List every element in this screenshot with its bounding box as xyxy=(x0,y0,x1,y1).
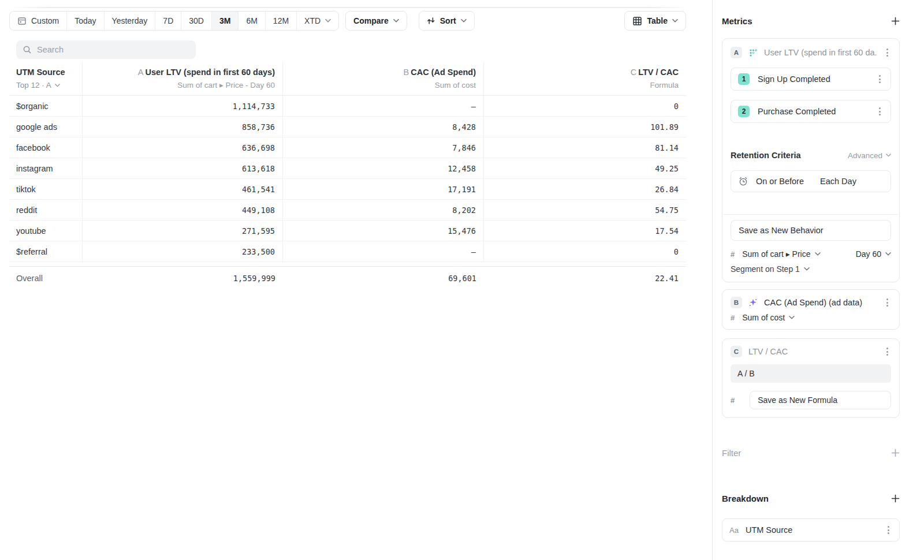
range-button-xtd[interactable]: XTD xyxy=(297,12,338,30)
save-formula-row: # Save as New Formula xyxy=(731,391,891,409)
utm-source-cell: tiktok xyxy=(9,179,83,199)
range-button-custom[interactable]: Custom xyxy=(10,12,67,30)
kebab-menu-icon[interactable] xyxy=(875,107,884,115)
breakdown-item-label: UTM Source xyxy=(746,525,877,535)
sort-button[interactable]: Sort xyxy=(419,11,475,31)
chevron-down-icon xyxy=(885,252,891,256)
search-icon xyxy=(23,45,32,54)
step-label: Purchase Completed xyxy=(758,107,867,116)
add-breakdown-icon[interactable] xyxy=(891,494,900,503)
step-2-row[interactable]: 2 Purchase Completed xyxy=(731,100,891,123)
table-row[interactable]: $referral233,500–0 xyxy=(9,241,686,262)
property-selector[interactable]: Sum of cart ▸ Price xyxy=(742,249,810,259)
cac-value-cell: 8,428 xyxy=(283,117,484,137)
chevron-down-icon xyxy=(886,154,891,157)
range-button-6m[interactable]: 6M xyxy=(239,12,265,30)
add-metric-icon[interactable] xyxy=(891,17,900,25)
table-row[interactable]: reddit449,1088,20254.75 xyxy=(9,200,686,221)
kebab-menu-icon[interactable] xyxy=(883,348,891,356)
filter-title: Filter xyxy=(722,448,741,458)
metric-a-header[interactable]: A User LTV (spend in first 60 da... xyxy=(731,47,891,58)
column-b-header[interactable]: BCAC (Ad Spend) Sum of cost xyxy=(283,62,484,95)
range-button-30d[interactable]: 30D xyxy=(181,12,212,30)
ratio-value-cell: 0 xyxy=(484,96,686,116)
kebab-menu-icon[interactable] xyxy=(883,48,891,57)
kebab-menu-icon[interactable] xyxy=(883,298,891,307)
table-row[interactable]: google ads858,7368,428101.89 xyxy=(9,117,686,137)
table-header: UTM Source Top 12 · A AUser LTV (spend i… xyxy=(9,62,686,96)
criteria-operator[interactable]: On or Before xyxy=(756,177,804,186)
table-row[interactable]: $organic1,114,733–0 xyxy=(9,96,686,117)
day-window-selector[interactable]: Day 60 xyxy=(856,249,891,259)
overall-cac: 69,601 xyxy=(283,267,484,289)
chevron-down-icon xyxy=(461,19,467,23)
utm-source-cell: $organic xyxy=(9,96,83,116)
property-selector[interactable]: Sum of cost xyxy=(742,313,785,322)
ltv-value-cell: 613,618 xyxy=(83,158,283,178)
metrics-section-header: Metrics xyxy=(722,16,900,26)
chevron-down-icon xyxy=(325,19,331,23)
range-button-yesterday[interactable]: Yesterday xyxy=(105,12,156,30)
kebab-menu-icon[interactable] xyxy=(884,526,892,534)
advanced-dropdown[interactable]: Advanced xyxy=(848,151,891,160)
save-as-new-behavior-button[interactable]: Save as New Behavior xyxy=(731,220,891,241)
table-label: Table xyxy=(647,16,668,25)
table-grid-icon xyxy=(632,16,642,26)
column-title: LTV / CAC xyxy=(638,68,679,77)
breakdown-section-header: Breakdown xyxy=(722,494,900,503)
segment-selector[interactable]: Segment on Step 1 xyxy=(731,264,891,274)
table-row[interactable]: facebook636,6987,84681.14 xyxy=(9,137,686,158)
save-as-new-formula-button[interactable]: Save as New Formula xyxy=(750,391,891,409)
ratio-value-cell: 49.25 xyxy=(484,158,686,178)
range-button-today[interactable]: Today xyxy=(67,12,104,30)
utm-source-cell: instagram xyxy=(9,158,83,178)
utm-source-cell: youtube xyxy=(9,221,83,241)
sort-arrows-icon xyxy=(427,17,435,25)
metric-b-name: CAC (Ad Spend) (ad data) xyxy=(764,298,877,307)
metric-c-header[interactable]: C LTV / CAC xyxy=(731,346,891,357)
range-button-3m[interactable]: 3M xyxy=(212,12,239,30)
view-type-button[interactable]: Table xyxy=(624,11,686,31)
formula-input[interactable]: A / B xyxy=(731,364,891,383)
utm-column-title: UTM Source xyxy=(16,66,82,78)
toolbar: CustomTodayYesterday7D30D3M6M12MXTD Comp… xyxy=(9,11,686,31)
top-shadow-line xyxy=(10,7,690,8)
compare-button[interactable]: Compare xyxy=(345,11,407,31)
table-row[interactable]: tiktok461,54117,19126.84 xyxy=(9,179,686,200)
retention-criteria-row[interactable]: On or Before Each Day xyxy=(731,170,891,192)
cac-value-cell: 12,458 xyxy=(283,158,484,178)
criteria-period[interactable]: Each Day xyxy=(820,177,856,186)
breakdown-item-card[interactable]: Aa UTM Source xyxy=(722,518,900,542)
metric-c-card: C LTV / CAC A / B # Save as New Formula xyxy=(722,338,900,418)
add-filter-icon[interactable] xyxy=(891,449,900,457)
utm-column-subtitle[interactable]: Top 12 · A xyxy=(16,80,82,91)
metric-b-card: B CAC (Ad Spend) (ad data) # Sum of cost xyxy=(722,289,900,330)
retention-criteria-title: Retention Criteria xyxy=(731,151,801,160)
range-label: 7D xyxy=(163,16,173,25)
range-label: Today xyxy=(74,16,96,25)
app-canvas: CustomTodayYesterday7D30D3M6M12MXTD Comp… xyxy=(0,0,924,560)
ltv-value-cell: 461,541 xyxy=(83,179,283,199)
search-box[interactable] xyxy=(16,40,196,59)
breakdown-title: Breakdown xyxy=(722,494,769,503)
table-row[interactable]: instagram613,61812,45849.25 xyxy=(9,158,686,179)
chevron-down-icon xyxy=(672,19,678,23)
date-range-group: CustomTodayYesterday7D30D3M6M12MXTD xyxy=(9,11,339,31)
card-divider xyxy=(722,214,899,215)
column-a-header[interactable]: AUser LTV (spend in first 60 days) Sum o… xyxy=(83,62,283,95)
metric-letter-badge: A xyxy=(731,47,742,58)
range-button-7d[interactable]: 7D xyxy=(155,12,181,30)
metric-letter-badge: C xyxy=(731,346,742,357)
table-row[interactable]: youtube271,59515,47617.54 xyxy=(9,221,686,241)
metric-letter-badge: B xyxy=(731,297,742,308)
search-input[interactable] xyxy=(37,45,189,54)
kebab-menu-icon[interactable] xyxy=(875,75,884,83)
range-button-12m[interactable]: 12M xyxy=(266,12,297,30)
column-letter: C xyxy=(631,68,636,77)
step-1-row[interactable]: 1 Sign Up Completed xyxy=(731,68,891,91)
retention-criteria-header: Retention Criteria Advanced xyxy=(731,151,891,160)
metric-b-header[interactable]: B CAC (Ad Spend) (ad data) xyxy=(731,297,891,308)
text-property-icon: Aa xyxy=(729,526,739,535)
column-c-header[interactable]: CLTV / CAC Formula xyxy=(484,62,686,95)
metric-a-name: User LTV (spend in first 60 da... xyxy=(764,48,877,57)
